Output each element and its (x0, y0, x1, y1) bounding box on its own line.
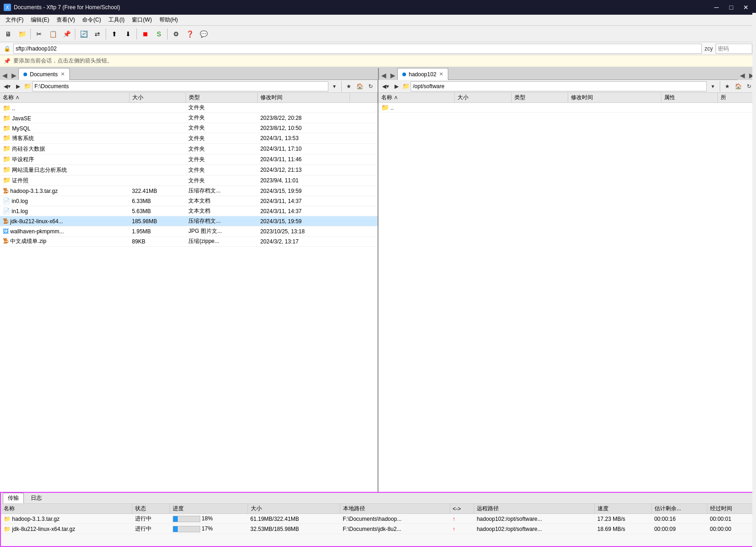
table-row[interactable]: 📁 博客系统 文件夹 2024/3/1, 13:53 (0, 133, 378, 144)
file-name: 📄 in1.log (0, 206, 129, 216)
trans-col-progress[interactable]: 进度 (170, 504, 248, 514)
left-tab-prev[interactable]: ◀ (0, 71, 9, 80)
menu-help[interactable]: 帮助(H) (156, 15, 182, 25)
trans-col-elapsed[interactable]: 经过时间 (707, 504, 755, 514)
file-extra (350, 196, 378, 206)
left-tab-next[interactable]: ▶ (9, 71, 18, 80)
right-forward-button[interactable]: ▶ (391, 81, 401, 91)
col-type-left[interactable]: 类型 (186, 93, 257, 103)
toolbar-chat[interactable]: 💬 (197, 28, 210, 40)
file-type: 文件夹 (186, 175, 257, 186)
col-modified-left[interactable]: 修改时间 (258, 93, 350, 103)
file-name: 📁 .. (378, 103, 455, 113)
tab-documents[interactable]: Documents ✕ (18, 68, 70, 80)
table-row[interactable]: 📄 in1.log 5.63MB 文本文档 2024/3/11, 14:37 (0, 206, 378, 216)
left-home[interactable]: 🏠 (355, 81, 365, 91)
right-file-list[interactable]: 名称 ∧ 大小 类型 修改时间 属性 所 📁 .. (378, 93, 756, 492)
table-row[interactable]: 🗜 hadoop-3.1.3.tar.gz 322.41MB 压缩存档文... … (0, 186, 378, 196)
table-row[interactable]: 📁 毕设程序 文件夹 2024/3/11, 11:46 (0, 154, 378, 165)
trans-col-remote[interactable]: 远程路径 (474, 504, 595, 514)
right-path-dropdown[interactable]: ▾ (708, 81, 718, 91)
left-forward-button[interactable]: ▶ (13, 81, 23, 91)
col-owner-right[interactable]: 所 (717, 93, 756, 103)
col-size-left[interactable]: 大小 (129, 93, 186, 103)
trans-col-remaining[interactable]: 估计剩余... (651, 504, 707, 514)
tab-hadoop102-close[interactable]: ✕ (439, 71, 443, 77)
transfer-row[interactable]: 📁 jdk-8u212-linux-x64.tar.gz 进行中 17% 32.… (1, 524, 755, 534)
toolbar-paste[interactable]: 📌 (60, 28, 73, 40)
toolbar-copy[interactable]: 📋 (46, 28, 59, 40)
trans-col-name[interactable]: 名称 (1, 504, 132, 514)
table-row[interactable]: 📁 JavaSE 文件夹 2023/8/22, 20:28 (0, 113, 378, 123)
trans-col-local[interactable]: 本地路径 (340, 504, 450, 514)
table-row[interactable]: 📁 网站流量日志分析系统 文件夹 2024/3/12, 21:13 (0, 165, 378, 175)
menu-command[interactable]: 命令(C) (79, 15, 105, 25)
left-path-input[interactable] (32, 81, 328, 91)
toolbar-download[interactable]: ⬇ (122, 28, 135, 40)
menu-edit[interactable]: 编辑(E) (27, 15, 53, 25)
col-name-right[interactable]: 名称 ∧ (378, 93, 455, 103)
right-home[interactable]: 🏠 (733, 81, 743, 91)
maximize-button[interactable]: □ (725, 3, 738, 12)
toolbar-cut[interactable]: ✂ (33, 28, 45, 40)
left-back-button[interactable]: ◀▾ (2, 81, 12, 91)
tab-documents-close[interactable]: ✕ (61, 71, 65, 77)
address-input[interactable] (13, 44, 702, 54)
trans-col-size[interactable]: 大小 (248, 504, 340, 514)
menu-window[interactable]: 窗口(W) (128, 15, 155, 25)
trans-remaining: 00:00:09 (651, 524, 707, 534)
col-size-right[interactable]: 大小 (455, 93, 511, 103)
toolbar-upload[interactable]: ⬆ (108, 28, 121, 40)
col-extra-left[interactable] (350, 93, 378, 103)
menu-tools[interactable]: 工具(I) (105, 15, 128, 25)
table-row[interactable]: 📁 证件照 文件夹 2023/9/4, 11:01 (0, 175, 378, 186)
toolbar-connect[interactable]: 🔄 (77, 28, 90, 40)
table-row[interactable]: 📁 MySQL 文件夹 2023/8/12, 10:50 (0, 123, 378, 133)
left-refresh[interactable]: ↻ (366, 81, 376, 91)
table-row[interactable]: 📄 in0.log 6.33MB 文本文档 2024/3/11, 14:37 (0, 196, 378, 206)
transfer-table-container[interactable]: 名称 状态 进度 大小 本地路径 <-> 远程路径 速度 估计剩余... 经过时… (1, 504, 755, 546)
col-modified-right[interactable]: 修改时间 (568, 93, 661, 103)
toolbar-help[interactable]: ❓ (183, 28, 196, 40)
toolbar-sftp[interactable]: S (152, 28, 165, 40)
right-bookmark[interactable]: ★ (722, 81, 732, 91)
right-path-input[interactable] (411, 81, 707, 91)
col-attr-right[interactable]: 属性 (661, 93, 717, 103)
toolbar-new-session[interactable]: 🖥 (2, 28, 15, 40)
toolbar-transfer[interactable]: ⇄ (91, 28, 104, 40)
tab-transfer[interactable]: 传输 (3, 493, 24, 503)
table-row[interactable]: 📁 .. 文件夹 (0, 103, 378, 113)
toolbar-stop[interactable]: ⏹ (139, 28, 152, 40)
table-row[interactable]: 🗜 中文成绩单.zip 89KB 压缩(zippe... 2024/3/2, 1… (0, 237, 378, 247)
right-tab-prev[interactable]: ◀ (379, 71, 388, 80)
password-input[interactable] (716, 44, 752, 54)
table-row[interactable]: 📁 .. (378, 103, 756, 113)
right-back-button[interactable]: ◀▾ (380, 81, 390, 91)
left-bookmark[interactable]: ★ (344, 81, 354, 91)
trans-col-dir[interactable]: <-> (450, 504, 474, 514)
trans-col-speed[interactable]: 速度 (595, 504, 652, 514)
table-row[interactable]: 🖼 wallhaven-pkmpmm... 1.95MB JPG 图片文... … (0, 226, 378, 237)
right-tab-next[interactable]: ▶ (388, 71, 397, 80)
file-extra (350, 123, 378, 133)
tab-hadoop102[interactable]: hadoop102 ✕ (397, 68, 448, 80)
minimize-button[interactable]: ─ (710, 3, 723, 12)
col-name-left[interactable]: 名称 ∧ (0, 93, 129, 103)
trans-col-status[interactable]: 状态 (132, 504, 170, 514)
right-tab-end-prev[interactable]: ◀ (738, 71, 747, 80)
table-row[interactable]: 🗜 jdk-8u212-linux-x64... 185.98MB 压缩存档文.… (0, 216, 378, 226)
tab-log[interactable]: 日志 (26, 493, 47, 503)
table-row[interactable]: 📁 尚硅谷大数据 文件夹 2024/3/11, 17:10 (0, 144, 378, 154)
left-file-list[interactable]: 名称 ∧ 大小 类型 修改时间 📁 .. 文件夹 📁 JavaSE 文件夹 20… (0, 93, 378, 492)
toolbar-settings[interactable]: ⚙ (169, 28, 182, 40)
close-button[interactable]: ✕ (739, 3, 752, 12)
file-modified (568, 103, 661, 113)
file-extra (350, 133, 378, 144)
col-type-right[interactable]: 类型 (511, 93, 568, 103)
menu-view[interactable]: 查看(V) (53, 15, 79, 25)
toolbar-open[interactable]: 📁 (16, 28, 28, 40)
menu-file[interactable]: 文件(F) (2, 15, 27, 25)
transfer-row[interactable]: 📁 hadoop-3.1.3.tar.gz 进行中 18% 61.19MB/32… (1, 514, 755, 524)
left-path-dropdown[interactable]: ▾ (329, 81, 339, 91)
main-toolbar: 🖥 📁 ✂ 📋 📌 🔄 ⇄ ⬆ ⬇ ⏹ S ⚙ ❓ 💬 (0, 26, 756, 42)
